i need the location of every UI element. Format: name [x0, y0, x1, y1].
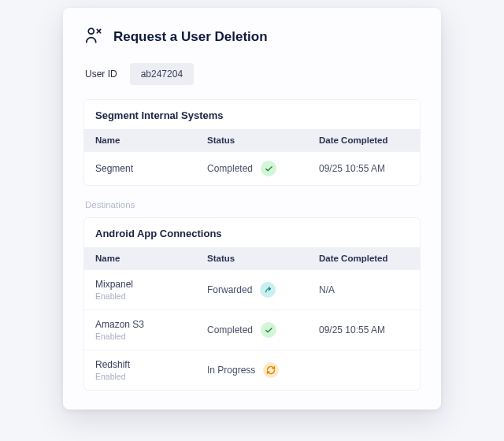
row-name: Amazon S3 Enabled [84, 310, 196, 350]
table-row: Mixpanel Enabled Forwarded N/A [84, 269, 420, 309]
col-status: Status [196, 247, 308, 269]
col-date: Date Completed [308, 129, 420, 151]
col-name: Name [84, 247, 196, 269]
user-id-label: User ID [85, 69, 117, 80]
row-name: Redshift Enabled [84, 350, 196, 390]
row-status: Completed [196, 152, 308, 185]
row-name: Segment [84, 154, 196, 183]
row-date [308, 361, 420, 379]
check-icon [261, 322, 276, 338]
row-status: Completed [196, 313, 308, 346]
user-id-row: User ID ab247204 [83, 63, 421, 85]
check-icon [261, 161, 276, 176]
refresh-icon [263, 362, 279, 378]
android-connections-panel: Android App Connections Name Status Date… [83, 217, 421, 391]
col-date: Date Completed [308, 247, 420, 269]
forward-icon [260, 282, 276, 298]
table-row: Segment Completed 09/25 10:55 AM [84, 151, 420, 185]
page-title: Request a User Deletion [113, 29, 268, 45]
card-header: Request a User Deletion [83, 25, 421, 49]
internal-systems-panel: Segment Internal Systems Name Status Dat… [83, 99, 421, 186]
col-status: Status [196, 129, 308, 151]
row-date: 09/25 10:55 AM [308, 316, 420, 344]
col-name: Name [84, 129, 196, 151]
deletion-request-card: Request a User Deletion User ID ab247204… [63, 8, 441, 410]
row-date: N/A [308, 276, 420, 304]
row-status: In Progress [196, 354, 308, 387]
row-date: 09/25 10:55 AM [308, 154, 420, 183]
android-connections-title: Android App Connections [84, 218, 420, 247]
svg-point-0 [88, 28, 94, 34]
destinations-label: Destinations [83, 197, 421, 217]
user-id-value[interactable]: ab247204 [130, 63, 194, 85]
internal-systems-title: Segment Internal Systems [84, 100, 420, 129]
table-row: Amazon S3 Enabled Completed 09/25 10:55 … [84, 309, 420, 350]
row-status: Forwarded [196, 273, 308, 306]
table-row: Redshift Enabled In Progress [84, 350, 420, 390]
table-header: Name Status Date Completed [84, 247, 420, 269]
row-name: Mixpanel Enabled [84, 270, 196, 309]
table-header: Name Status Date Completed [84, 129, 420, 151]
user-x-icon [83, 25, 104, 49]
